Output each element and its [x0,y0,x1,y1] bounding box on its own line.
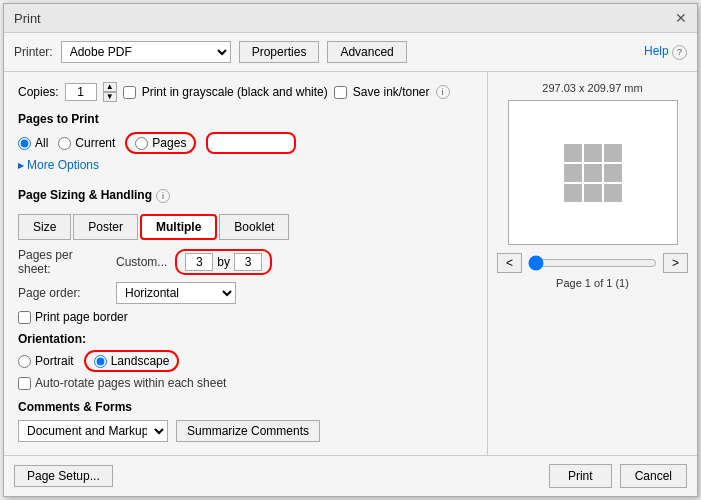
toolbar: Printer: Adobe PDF Properties Advanced H… [4,33,697,72]
border-label: Print page border [35,310,128,324]
cancel-button[interactable]: Cancel [620,464,687,488]
save-ink-checkbox[interactable] [334,86,347,99]
page-order-label: Page order: [18,286,108,300]
print-dialog: Print ✕ Printer: Adobe PDF Properties Ad… [3,3,698,497]
custom-label: Custom... [116,255,167,269]
summarize-button[interactable]: Summarize Comments [176,420,320,442]
portrait-radio[interactable] [18,355,31,368]
main-content: Copies: ▲ ▼ Print in grayscale (black an… [4,72,697,455]
pages-input[interactable] [206,132,296,154]
rows-input[interactable] [185,253,213,271]
page-sizing-section: Page Sizing & Handling i Size Poster Mul… [18,184,473,324]
more-options-triangle: ▶ [18,161,24,170]
comments-select[interactable]: Document and Markups Document Form Field… [18,420,168,442]
tabs-row: Size Poster Multiple Booklet [18,214,473,240]
properties-button[interactable]: Properties [239,41,320,63]
orientation-section: Orientation: Portrait Landscape Auto-rot… [18,332,473,390]
grayscale-checkbox[interactable] [123,86,136,99]
preview-cell [564,164,582,182]
pages-section: Pages to Print All Current Pages [18,112,473,172]
help-icon: ? [672,45,687,60]
pages-label: Pages [152,136,186,150]
print-button[interactable]: Print [549,464,612,488]
border-check-row: Print page border [18,310,473,324]
preview-cell [584,164,602,182]
auto-rotate-checkbox[interactable] [18,377,31,390]
portrait-label: Portrait [35,354,74,368]
copies-input[interactable] [65,83,97,101]
preview-box [508,100,678,245]
comments-row: Document and Markups Document Form Field… [18,420,473,442]
preview-cell [564,184,582,202]
page-slider[interactable] [528,255,657,271]
per-sheet-row: Pages per sheet: Custom... by [18,248,473,276]
preview-cell [584,144,602,162]
auto-rotate-row: Auto-rotate pages within each sheet [18,376,473,390]
pages-radio-highlight: Pages [125,132,196,154]
by-label: by [217,255,230,269]
help-link[interactable]: Help ? [644,44,687,60]
nav-row: < > [497,253,688,273]
page-setup-button[interactable]: Page Setup... [14,465,113,487]
more-options-link[interactable]: ▶ More Options [18,158,473,172]
border-checkbox[interactable] [18,311,31,324]
help-label: Help [644,44,669,58]
by-highlight: by [175,249,272,275]
all-radio-group: All [18,136,48,150]
current-label: Current [75,136,115,150]
more-options-label: More Options [27,158,99,172]
all-label: All [35,136,48,150]
comments-section: Comments & Forms Document and Markups Do… [18,400,473,442]
tab-size[interactable]: Size [18,214,71,240]
per-sheet-label: Pages per sheet: [18,248,108,276]
pages-radio-row: All Current Pages [18,132,473,154]
orientation-title: Orientation: [18,332,473,346]
sizing-info-icon[interactable]: i [156,189,170,203]
dimensions-label: 297.03 x 209.97 mm [542,82,642,94]
current-radio[interactable] [58,137,71,150]
all-radio[interactable] [18,137,31,150]
preview-cell [564,144,582,162]
comments-title: Comments & Forms [18,400,473,414]
footer: Page Setup... Print Cancel [4,455,697,496]
landscape-radio[interactable] [94,355,107,368]
copies-label: Copies: [18,85,59,99]
info-icon[interactable]: i [436,85,450,99]
cols-input[interactable] [234,253,262,271]
right-panel: 297.03 x 209.97 mm < > P [487,72,697,455]
copies-down-button[interactable]: ▼ [103,92,117,102]
printer-select[interactable]: Adobe PDF [61,41,231,63]
dialog-title: Print [14,11,41,26]
preview-cell [584,184,602,202]
preview-cell [604,184,622,202]
preview-grid [564,144,622,202]
left-panel: Copies: ▲ ▼ Print in grayscale (black an… [4,72,487,455]
current-radio-group: Current [58,136,115,150]
tab-multiple[interactable]: Multiple [140,214,217,240]
sizing-title: Page Sizing & Handling [18,188,152,202]
preview-cell [604,164,622,182]
prev-page-button[interactable]: < [497,253,522,273]
close-button[interactable]: ✕ [675,10,687,26]
page-order-select[interactable]: Horizontal [116,282,236,304]
page-order-row: Page order: Horizontal [18,282,473,304]
pages-radio[interactable] [135,137,148,150]
next-page-button[interactable]: > [663,253,688,273]
sizing-header: Page Sizing & Handling i [18,184,473,208]
copies-spinner: ▲ ▼ [103,82,117,102]
pages-section-title: Pages to Print [18,112,473,126]
grayscale-label: Print in grayscale (black and white) [142,85,328,99]
advanced-button[interactable]: Advanced [327,41,406,63]
copies-row: Copies: ▲ ▼ Print in grayscale (black an… [18,82,473,102]
landscape-label: Landscape [111,354,170,368]
copies-up-button[interactable]: ▲ [103,82,117,92]
page-info: Page 1 of 1 (1) [556,277,629,289]
preview-cell [604,144,622,162]
landscape-highlight: Landscape [84,350,180,372]
tab-poster[interactable]: Poster [73,214,138,240]
auto-rotate-label: Auto-rotate pages within each sheet [35,376,226,390]
tab-booklet[interactable]: Booklet [219,214,289,240]
save-ink-label: Save ink/toner [353,85,430,99]
orientation-row: Portrait Landscape [18,350,473,372]
title-bar: Print ✕ [4,4,697,33]
